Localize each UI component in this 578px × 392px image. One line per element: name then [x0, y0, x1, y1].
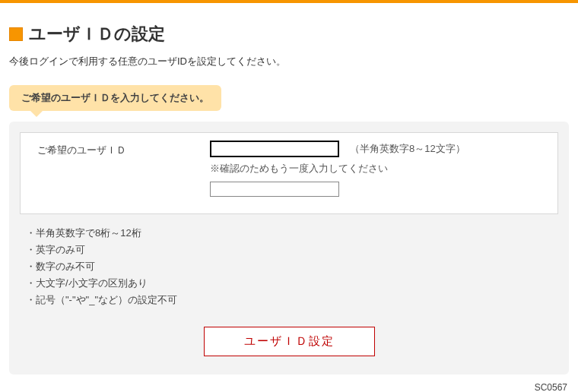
userid-confirm-line [210, 182, 547, 197]
userid-label: ご希望のユーザＩＤ [31, 141, 210, 157]
form-box: ご希望のユーザＩＤ （半角英数字8～12文字） ※確認のためもう一度入力してくだ… [20, 132, 558, 214]
submit-button[interactable]: ユーザＩＤ設定 [204, 327, 375, 356]
screen-code: SC0567 [0, 375, 578, 392]
confirm-note: ※確認のためもう一度入力してください [210, 162, 547, 175]
rule-item: ・大文字/小文字の区別あり [26, 275, 558, 292]
userid-input-line: （半角英数字8～12文字） [210, 141, 547, 157]
userid-input[interactable] [210, 141, 339, 157]
rule-item: ・数字のみ不可 [26, 258, 558, 275]
page-title-row: ユーザＩＤの設定 [9, 23, 569, 46]
rule-item: ・記号（"-"や"_"など）の設定不可 [26, 292, 558, 308]
intro-text: 今後ログインで利用する任意のユーザIDを設定してください。 [9, 55, 569, 68]
form-row: ご希望のユーザＩＤ （半角英数字8～12文字） ※確認のためもう一度入力してくだ… [31, 141, 547, 201]
rule-item: ・半角英数字で8桁～12桁 [26, 225, 558, 242]
rules-list: ・半角英数字で8桁～12桁 ・英字のみ可 ・数字のみ不可 ・大文字/小文字の区別… [26, 225, 558, 308]
page-container: ユーザＩＤの設定 今後ログインで利用する任意のユーザIDを設定してください。 ご… [0, 3, 578, 375]
userid-hint: （半角英数字8～12文字） [350, 142, 465, 156]
form-fields: （半角英数字8～12文字） ※確認のためもう一度入力してください [210, 141, 547, 201]
page-title: ユーザＩＤの設定 [29, 23, 165, 46]
form-panel: ご希望のユーザＩＤ （半角英数字8～12文字） ※確認のためもう一度入力してくだ… [9, 122, 569, 375]
button-row: ユーザＩＤ設定 [20, 313, 558, 364]
square-icon [9, 27, 23, 41]
userid-confirm-input[interactable] [210, 182, 339, 197]
instruction-bubble: ご希望のユーザＩＤを入力してください。 [9, 85, 221, 111]
rule-item: ・英字のみ可 [26, 242, 558, 258]
instruction-bubble-wrap: ご希望のユーザＩＤを入力してください。 [9, 85, 569, 111]
